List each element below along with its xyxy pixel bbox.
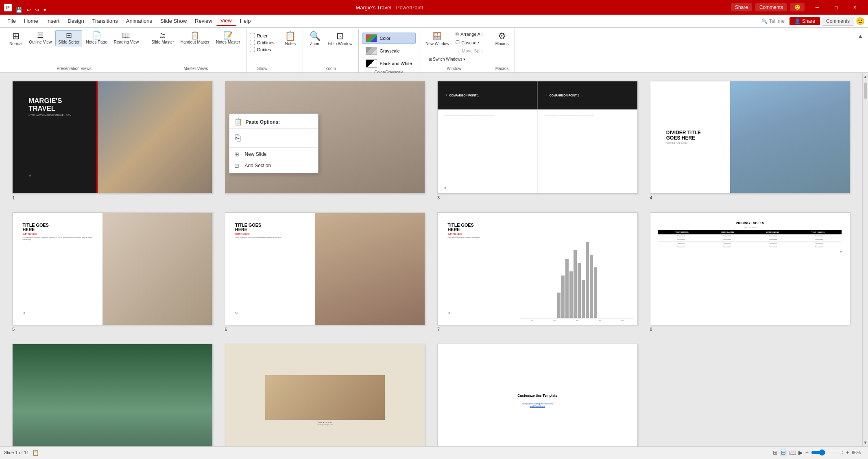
macros-group: ⚙ Macros Macros xyxy=(489,29,515,72)
slide-thumb-3[interactable]: + COMPARISON POINT 1 + COMPARISON POINT … xyxy=(437,81,638,194)
close-button[interactable]: ✕ xyxy=(845,0,864,15)
arrange-all-button[interactable]: ⧉ Arrange All xyxy=(453,30,485,38)
view-sorter-status-icon[interactable]: ⊟ xyxy=(780,448,787,457)
notes-master-button[interactable]: 📝 Notes Master xyxy=(213,30,243,46)
slide-item-3[interactable]: + COMPARISON POINT 1 + COMPARISON POINT … xyxy=(437,81,638,200)
menu-animations[interactable]: Animations xyxy=(122,16,156,26)
notes-page-button[interactable]: 📄 Notes Page xyxy=(83,30,110,46)
slide-item-5[interactable]: TITLE GOESHERE SUBTITLE HERE Lorem ipsum… xyxy=(12,212,213,332)
black-white-button[interactable]: Black and White xyxy=(362,58,415,69)
scroll-up-arrow[interactable]: ▲ xyxy=(863,74,868,80)
reading-view-button[interactable]: 📖 Reading View xyxy=(111,30,142,46)
menu-view[interactable]: View xyxy=(216,16,236,26)
notes-status-icon[interactable]: 📋 xyxy=(32,449,39,456)
undo-quick-btn[interactable]: ↩ xyxy=(25,6,33,14)
slide5-title: TITLE GOESHERE xyxy=(23,223,93,233)
outline-view-button[interactable]: ☰ Outline View xyxy=(26,30,55,46)
fit-to-window-button[interactable]: ⊡ Fit to Window xyxy=(325,30,355,48)
slide-item-10[interactable]: Victoria Lindquistcontact@example.com xyxy=(225,344,425,446)
menu-insert[interactable]: Insert xyxy=(42,16,64,26)
ruler-input[interactable] xyxy=(250,33,255,38)
share-button-ribbon[interactable]: 👤Share xyxy=(789,17,820,25)
presenter-status-icon[interactable]: ▶ xyxy=(798,449,803,456)
slide-thumb-5[interactable]: TITLE GOESHERE SUBTITLE HERE Lorem ipsum… xyxy=(12,212,213,325)
color-button[interactable]: Color xyxy=(362,33,415,44)
cascade-button[interactable]: ❐ Cascade xyxy=(453,39,485,46)
view-normal-status-icon[interactable]: ⊞ xyxy=(773,449,778,456)
grayscale-swatch xyxy=(366,47,377,55)
zoom-out-button[interactable]: − xyxy=(805,449,809,456)
minimize-button[interactable]: ─ xyxy=(808,0,827,15)
gridlines-checkbox[interactable]: Gridlines xyxy=(250,39,274,46)
menu-design[interactable]: Design xyxy=(63,16,88,26)
menu-slideshow[interactable]: Slide Show xyxy=(156,16,191,26)
slide-item-11[interactable]: Customize this Template Template Editing… xyxy=(437,344,638,446)
slide-thumb-6[interactable]: TITLE GOESHERE SUBTITLE HERE Lorem ipsum… xyxy=(225,212,425,325)
scroll-down-arrow[interactable]: ▼ xyxy=(863,439,868,446)
macros-button[interactable]: ⚙ Macros xyxy=(493,30,512,48)
slide-number-1: 1 xyxy=(12,195,213,200)
save-quick-btn[interactable]: 💾 xyxy=(14,6,24,14)
menu-help[interactable]: Help xyxy=(236,16,255,26)
emoji-button[interactable]: 🙂 xyxy=(856,17,865,26)
move-split-button: ↔ Move Split xyxy=(453,47,485,55)
paste-icon-item[interactable]: ⎗ xyxy=(229,129,318,146)
slide-sorter-button[interactable]: ⊟ Slide Sorter xyxy=(55,30,82,46)
slide-thumb-4[interactable]: DIVIDER TITLEGOES HERE SUBTITLE GOES HER… xyxy=(650,81,851,194)
grayscale-button[interactable]: Grayscale xyxy=(362,45,415,57)
vertical-scrollbar[interactable]: ▲ ▼ xyxy=(862,73,868,446)
zoom-in-button[interactable]: + xyxy=(846,449,849,456)
comments-button-ribbon[interactable]: Comments xyxy=(822,17,854,26)
slide-number-4: 4 xyxy=(650,195,851,200)
slide-item-2[interactable]: DIVIDER TITLEGOES HERE 📋 Paste Options: … xyxy=(225,81,425,200)
new-slide-item[interactable]: ⊞ New Slide xyxy=(229,149,318,160)
slide-item-9[interactable] xyxy=(12,344,213,446)
master-views-group: 🗂 Slide Master 📋 Handout Master 📝 Notes … xyxy=(145,29,246,72)
slide-item-7[interactable]: TITLE GOESHERE SUBTITLE HERE Lorem ipsum… xyxy=(437,212,638,332)
slide-thumb-10[interactable]: Victoria Lindquistcontact@example.com xyxy=(225,344,425,446)
gridlines-input[interactable] xyxy=(250,40,255,45)
menu-file[interactable]: File xyxy=(3,16,20,26)
smiley-button[interactable]: 🙂 xyxy=(790,3,805,11)
scroll-thumb[interactable] xyxy=(864,83,867,99)
tell-me-input[interactable]: Tell me xyxy=(769,18,785,24)
zoom-slider[interactable] xyxy=(811,449,844,456)
slide-number-3: 3 xyxy=(437,195,638,200)
guides-checkbox[interactable]: Guides xyxy=(250,46,274,52)
fit-to-window-icon: ⊡ xyxy=(336,32,344,41)
slide-item-1[interactable]: MARGIE'STRAVEL HTTP://WWW.MARGIESTRAVEL.… xyxy=(12,81,213,200)
menu-home[interactable]: Home xyxy=(20,16,42,26)
slide-master-button[interactable]: 🗂 Slide Master xyxy=(148,30,177,46)
slide-item-8[interactable]: PRICING TABLES SUBTITLE HERE YOUR HEADIN… xyxy=(650,212,851,332)
ruler-checkbox[interactable]: Ruler xyxy=(250,33,274,39)
menu-transitions[interactable]: Transitions xyxy=(88,16,122,26)
zoom-button[interactable]: 🔍 Zoom xyxy=(306,30,324,48)
normal-view-icon: ⊞ xyxy=(12,32,20,41)
notes-button[interactable]: 📋 Notes xyxy=(281,30,299,48)
slide-thumb-8[interactable]: PRICING TABLES SUBTITLE HERE YOUR HEADIN… xyxy=(650,212,851,325)
share-button[interactable]: Share xyxy=(731,3,752,11)
slide-thumb-11[interactable]: Customize this Template Template Editing… xyxy=(437,344,638,446)
slide-number-8: 8 xyxy=(650,327,851,332)
new-window-button[interactable]: 🪟 New Window xyxy=(423,30,452,55)
ribbon: ⊞ Normal ☰ Outline View ⊟ Slide Sorter 📄… xyxy=(0,28,868,73)
ribbon-collapse-button[interactable]: ▲ xyxy=(856,31,865,41)
slide-item-4[interactable]: DIVIDER TITLEGOES HERE SUBTITLE GOES HER… xyxy=(650,81,851,200)
switch-windows-button[interactable]: ⊞ Switch Windows ▾ xyxy=(423,55,471,63)
add-section-item[interactable]: ⊟ Add Section xyxy=(229,160,318,171)
menu-review[interactable]: Review xyxy=(191,16,216,26)
scroll-track[interactable] xyxy=(864,81,867,439)
slide-thumb-1[interactable]: MARGIE'STRAVEL HTTP://WWW.MARGIESTRAVEL.… xyxy=(12,81,213,194)
normal-view-button[interactable]: ⊞ Normal xyxy=(7,30,25,48)
restore-button[interactable]: ◻ xyxy=(827,0,845,15)
slide-item-6[interactable]: TITLE GOESHERE SUBTITLE HERE Lorem ipsum… xyxy=(225,212,425,332)
comments-button[interactable]: Comments xyxy=(755,3,787,11)
slide-thumb-7[interactable]: TITLE GOESHERE SUBTITLE HERE Lorem ipsum… xyxy=(437,212,638,325)
handout-master-button[interactable]: 📋 Handout Master xyxy=(178,30,212,46)
slide5-sub: SUBTITLE HERE xyxy=(23,233,93,235)
customize-quick-btn[interactable]: ▾ xyxy=(42,6,48,14)
guides-input[interactable] xyxy=(250,47,255,52)
redo-quick-btn[interactable]: ↪ xyxy=(33,6,41,14)
view-reading-status-icon[interactable]: 📖 xyxy=(789,449,796,456)
slide-thumb-9[interactable] xyxy=(12,344,213,446)
